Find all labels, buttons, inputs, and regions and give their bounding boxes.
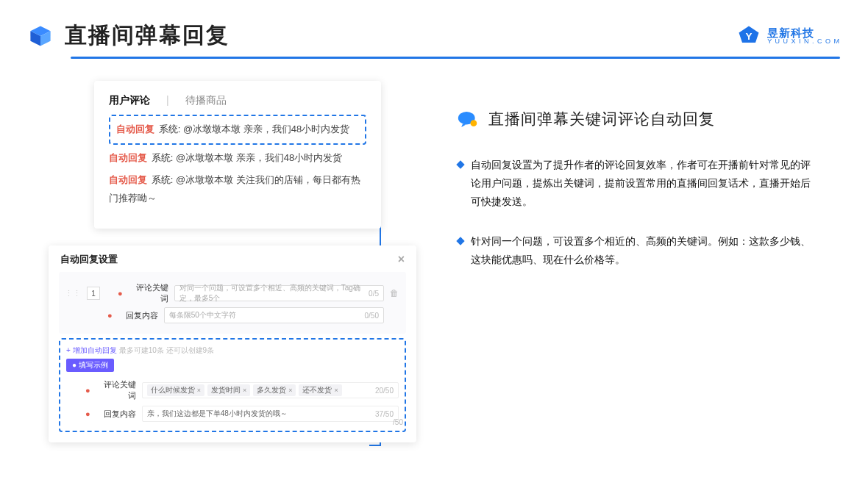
- tag-remove-icon: ×: [334, 387, 338, 394]
- auto-reply-badge: 自动回复: [116, 123, 154, 134]
- char-count: 0/5: [369, 290, 379, 298]
- brand-text: 昱新科技 Y U U X I N . C O M: [767, 27, 840, 45]
- example-reply-input[interactable]: 亲，我们这边都是下单48小时内发货的哦～ 37/50: [142, 406, 399, 422]
- required-dot: ●: [107, 311, 113, 320]
- example-badge: ● 填写示例: [66, 359, 114, 372]
- reply-row: ● 回复内容 每条限50个中文字符 0/50: [59, 307, 406, 323]
- page-title: 直播间弹幕回复: [65, 21, 230, 51]
- diamond-bullet-icon: [456, 160, 464, 168]
- system-label: 系统:: [159, 123, 181, 134]
- keyword-tag[interactable]: 还不发货×: [299, 384, 341, 396]
- bullet-text: 自动回复设置为了提升作者的评论回复效率，作者可在开播前针对常见的评论用户问题，提…: [471, 156, 818, 212]
- char-count: 20/50: [375, 387, 394, 395]
- brand-en: Y U U X I N . C O M: [767, 38, 840, 45]
- comment-card: 用户评论 | 待播商品 自动回复 系统: @冰墩墩本墩 亲亲，我们48小时内发货…: [94, 81, 381, 229]
- connector-line: [369, 445, 381, 446]
- system-label: 系统:: [152, 152, 174, 163]
- auto-reply-badge: 自动回复: [109, 174, 147, 185]
- auto-reply-badge: 自动回复: [109, 152, 147, 163]
- chat-bubble-icon: [458, 111, 478, 127]
- input-placeholder: 每条限50个中文字符: [169, 310, 236, 320]
- char-count: 37/50: [375, 410, 394, 418]
- svg-point-6: [471, 120, 477, 126]
- page-header: 直播间弹幕回复 Y 昱新科技 Y U U X I N . C O M: [0, 0, 868, 51]
- left-column: 用户评论 | 待播商品 自动回复 系统: @冰墩墩本墩 亲亲，我们48小时内发货…: [28, 81, 396, 290]
- add-hint: 最多可建10条 还可以创建9条: [119, 346, 214, 354]
- comment-row: 自动回复 系统: @冰墩墩本墩 亲亲，我们48小时内发货: [116, 121, 359, 139]
- highlighted-comment: 自动回复 系统: @冰墩墩本墩 亲亲，我们48小时内发货: [109, 115, 366, 145]
- keyword-tag[interactable]: 多久发货×: [253, 384, 296, 396]
- comment-text: @冰墩墩本墩 亲亲，我们48小时内发货: [176, 152, 342, 163]
- close-icon[interactable]: ×: [398, 253, 405, 266]
- tab-separator: |: [166, 94, 169, 107]
- example-reply-text: 亲，我们这边都是下单48小时内发货的哦～: [147, 409, 288, 419]
- section-title: 直播间弹幕关键词评论自动回复: [488, 109, 715, 129]
- keyword-label: 评论关键词: [96, 379, 136, 401]
- keyword-tag[interactable]: 发货时间×: [207, 384, 250, 396]
- main-content: 用户评论 | 待播商品 自动回复 系统: @冰墩墩本墩 亲亲，我们48小时内发货…: [0, 59, 868, 290]
- tag-remove-icon: ×: [197, 387, 201, 394]
- keyword-tag[interactable]: 什么时候发货×: [147, 384, 204, 396]
- brand-block: Y 昱新科技 Y U U X I N . C O M: [738, 25, 840, 47]
- brand-icon: Y: [738, 25, 760, 47]
- bullet-text: 针对同一个问题，可设置多个相近的、高频的关键词。例如：这款多少钱、这块能优惠吗、…: [471, 232, 818, 269]
- example-section: + 增加自动回复 最多可建10条 还可以创建9条 ● 填写示例 ● 评论关键词 …: [59, 338, 406, 432]
- section-title-row: 直播间弹幕关键词评论自动回复: [458, 109, 840, 129]
- tab-pending-products[interactable]: 待播商品: [185, 94, 227, 107]
- comment-row: 自动回复 系统: @冰墩墩本墩 亲亲，我们48小时内发货: [109, 149, 366, 168]
- system-label: 系统:: [152, 174, 174, 185]
- comment-row: 自动回复 系统: @冰墩墩本墩 关注我们的店铺，每日都有热门推荐呦～: [109, 171, 366, 207]
- settings-panel: ⋮⋮ 1 ● 评论关键词 对同一个问题，可设置多个相近、高频的关键词，Tag确定…: [59, 272, 406, 334]
- diamond-bullet-icon: [456, 237, 464, 245]
- delete-icon[interactable]: 🗑: [390, 288, 400, 298]
- add-row: + 增加自动回复 最多可建10条 还可以创建9条: [66, 345, 399, 356]
- cube-icon: [28, 24, 53, 49]
- bullet-item: 自动回复设置为了提升作者的评论回复效率，作者可在开播前针对常见的评论用户问题，提…: [458, 156, 840, 212]
- tab-user-comments[interactable]: 用户评论: [109, 94, 150, 107]
- settings-card: 自动回复设置 × ⋮⋮ 1 ● 评论关键词 对同一个问题，可设置多个相近、高频的…: [49, 245, 416, 442]
- reply-input[interactable]: 每条限50个中文字符 0/50: [164, 307, 384, 323]
- keyword-input[interactable]: 对同一个问题，可设置多个相近、高频的关键词，Tag确定，最多5个 0/5: [174, 285, 384, 301]
- settings-title: 自动回复设置: [60, 253, 118, 266]
- required-dot: ●: [85, 409, 90, 418]
- header-left: 直播间弹幕回复: [28, 21, 230, 51]
- bullet-item: 针对同一个问题，可设置多个相近的、高频的关键词。例如：这款多少钱、这块能优惠吗、…: [458, 232, 840, 269]
- outer-count: /50: [393, 418, 403, 426]
- drag-handle-icon[interactable]: ⋮⋮: [65, 289, 81, 298]
- example-keyword-input[interactable]: 什么时候发货× 发货时间× 多久发货× 还不发货× 20/50: [142, 382, 399, 398]
- tag-remove-icon: ×: [288, 387, 292, 394]
- tag-remove-icon: ×: [243, 387, 246, 394]
- keyword-row: ⋮⋮ 1 ● 评论关键词 对同一个问题，可设置多个相近、高频的关键词，Tag确定…: [59, 282, 406, 304]
- add-auto-reply-link[interactable]: + 增加自动回复: [66, 346, 117, 354]
- comment-tabs: 用户评论 | 待播商品: [109, 94, 366, 107]
- rule-index: 1: [87, 287, 100, 300]
- example-keyword-row: ● 评论关键词 什么时候发货× 发货时间× 多久发货× 还不发货× 20/50: [66, 379, 399, 401]
- required-dot: ●: [118, 289, 123, 298]
- settings-header: 自动回复设置 ×: [59, 253, 406, 272]
- required-dot: ●: [85, 386, 90, 395]
- reply-label: 回复内容: [118, 310, 158, 321]
- comment-text: @冰墩墩本墩 亲亲，我们48小时内发货: [183, 123, 349, 134]
- brand-cn: 昱新科技: [767, 27, 840, 38]
- reply-label: 回复内容: [96, 409, 136, 420]
- svg-text:Y: Y: [746, 30, 753, 41]
- keyword-label: 评论关键词: [129, 282, 168, 304]
- char-count: 0/50: [365, 312, 379, 320]
- example-reply-row: ● 回复内容 亲，我们这边都是下单48小时内发货的哦～ 37/50: [66, 406, 399, 422]
- input-placeholder: 对同一个问题，可设置多个相近、高频的关键词，Tag确定，最多5个: [179, 283, 369, 304]
- right-column: 直播间弹幕关键词评论自动回复 自动回复设置为了提升作者的评论回复效率，作者可在开…: [425, 81, 840, 290]
